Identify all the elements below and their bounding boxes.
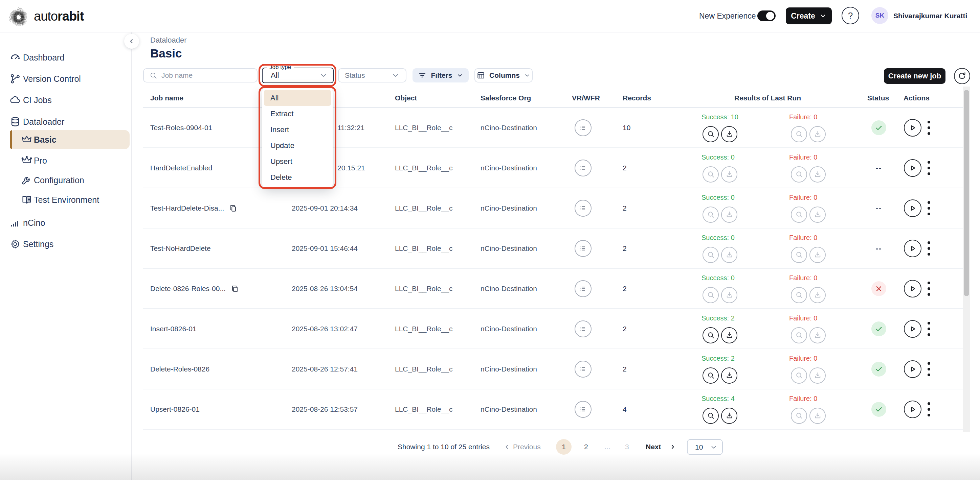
job-type-option-delete[interactable]: Delete (264, 170, 331, 185)
row-menu-button[interactable] (928, 161, 930, 175)
view-failures-button[interactable] (791, 327, 807, 344)
view-results-button[interactable] (703, 247, 719, 263)
vr-wfr-button[interactable] (574, 280, 592, 297)
run-job-button[interactable] (904, 200, 921, 217)
failure-actions (791, 287, 826, 303)
view-failures-button[interactable] (791, 247, 807, 263)
run-job-button[interactable] (904, 360, 921, 378)
download-failures-button[interactable] (810, 166, 826, 182)
page-size-select[interactable]: 10 (687, 439, 723, 455)
table-scrollbar-thumb[interactable] (964, 90, 969, 296)
download-results-button[interactable] (721, 247, 737, 263)
download-results-button[interactable] (721, 206, 737, 223)
previous-chevron-icon[interactable] (504, 444, 510, 450)
status-select[interactable]: Status (338, 68, 406, 82)
download-results-button[interactable] (721, 287, 737, 303)
download-failures-button[interactable] (810, 247, 826, 263)
view-failures-button[interactable] (791, 126, 807, 142)
download-results-button[interactable] (721, 327, 737, 344)
run-job-button[interactable] (904, 401, 921, 418)
run-job-button[interactable] (904, 320, 921, 338)
vr-wfr-button[interactable] (574, 200, 592, 217)
run-job-button[interactable] (904, 240, 921, 257)
view-results-button[interactable] (703, 368, 719, 384)
copy-icon[interactable] (231, 284, 239, 293)
sidebar-item-settings[interactable]: Settings (0, 237, 131, 252)
sidebar-item-version-control[interactable]: Version Control (0, 71, 131, 86)
download-results-button[interactable] (721, 126, 737, 142)
row-menu-button[interactable] (928, 201, 930, 215)
download-failures-button[interactable] (810, 287, 826, 303)
refresh-button[interactable] (954, 68, 970, 84)
top-bar: autorabit New Experience Create ? SK Shi… (0, 0, 980, 32)
job-name-cell: Insert-0826-01 (150, 325, 197, 333)
sidebar-item-pro[interactable]: Pro (0, 153, 131, 168)
filters-button[interactable]: Filters (412, 68, 469, 82)
view-failures-button[interactable] (791, 408, 807, 424)
list-icon (579, 204, 587, 212)
sidebar-item-basic[interactable]: Basic (0, 132, 131, 147)
run-job-button[interactable] (904, 119, 921, 136)
help-button[interactable]: ? (842, 7, 859, 24)
breadcrumb[interactable]: Dataloader (150, 36, 187, 44)
run-job-button[interactable] (904, 280, 921, 298)
row-menu-button[interactable] (928, 282, 930, 296)
view-failures-button[interactable] (791, 368, 807, 384)
copy-icon[interactable] (229, 204, 237, 212)
new-experience-toggle[interactable] (757, 11, 776, 21)
sidebar-item-dataloader[interactable]: Dataloader (0, 114, 131, 129)
next-chevron-icon[interactable] (669, 444, 676, 450)
create-new-job-button[interactable]: Create new job (884, 68, 945, 84)
row-menu-button[interactable] (928, 241, 930, 255)
job-type-option-extract[interactable]: Extract (264, 106, 331, 122)
create-button[interactable]: Create (786, 8, 832, 24)
download-failures-button[interactable] (810, 206, 826, 223)
view-failures-button[interactable] (791, 287, 807, 303)
view-results-button[interactable] (703, 287, 719, 303)
row-menu-button[interactable] (928, 121, 930, 135)
download-failures-button[interactable] (810, 327, 826, 344)
page-button-1[interactable]: 1 (556, 439, 571, 455)
download-results-button[interactable] (721, 408, 737, 424)
view-results-button[interactable] (703, 206, 719, 223)
view-results-button[interactable] (703, 408, 719, 424)
row-menu-button[interactable] (928, 362, 930, 376)
download-failures-button[interactable] (810, 126, 826, 142)
sidebar-item-dashboard[interactable]: Dashboard (0, 50, 131, 65)
download-results-button[interactable] (721, 166, 737, 182)
vr-wfr-button[interactable] (574, 119, 592, 136)
row-menu-button[interactable] (928, 322, 930, 336)
sidebar-item-ncino[interactable]: nCino (0, 215, 131, 230)
view-failures-button[interactable] (791, 206, 807, 223)
job-type-option-update[interactable]: Update (264, 138, 331, 154)
view-results-button[interactable] (703, 166, 719, 182)
page-button-2[interactable]: 2 (584, 443, 588, 451)
sidebar-item-configuration[interactable]: Configuration (0, 173, 131, 188)
vr-wfr-button[interactable] (574, 361, 592, 378)
job-type-option-insert[interactable]: Insert (264, 122, 331, 138)
next-button[interactable]: Next (646, 443, 661, 451)
download-failures-button[interactable] (810, 408, 826, 424)
sidebar-item-test-environment[interactable]: Test Environment (0, 192, 131, 207)
view-failures-button[interactable] (791, 166, 807, 182)
vr-wfr-button[interactable] (574, 240, 592, 257)
download-failures-button[interactable] (810, 368, 826, 384)
job-type-option-upsert[interactable]: Upsert (264, 154, 331, 170)
search-input[interactable]: Job name (143, 68, 258, 82)
columns-button[interactable]: Columns (474, 68, 533, 82)
vr-wfr-button[interactable] (574, 160, 592, 176)
sidebar-item-ci-jobs[interactable]: CI Jobs (0, 93, 131, 108)
job-type-option-all[interactable]: All (264, 90, 331, 106)
download-results-button[interactable] (721, 368, 737, 384)
page-button-3[interactable]: 3 (625, 443, 629, 451)
run-job-button[interactable] (904, 159, 921, 177)
vr-wfr-button[interactable] (574, 320, 592, 337)
sidebar-item-label: Configuration (34, 176, 84, 185)
view-results-button[interactable] (703, 126, 719, 142)
avatar[interactable]: SK (871, 7, 888, 24)
view-results-button[interactable] (703, 327, 719, 344)
previous-button[interactable]: Previous (513, 443, 541, 451)
row-menu-button[interactable] (928, 402, 930, 417)
vr-wfr-button[interactable] (574, 401, 592, 418)
sidebar-collapse-button[interactable] (124, 34, 139, 49)
